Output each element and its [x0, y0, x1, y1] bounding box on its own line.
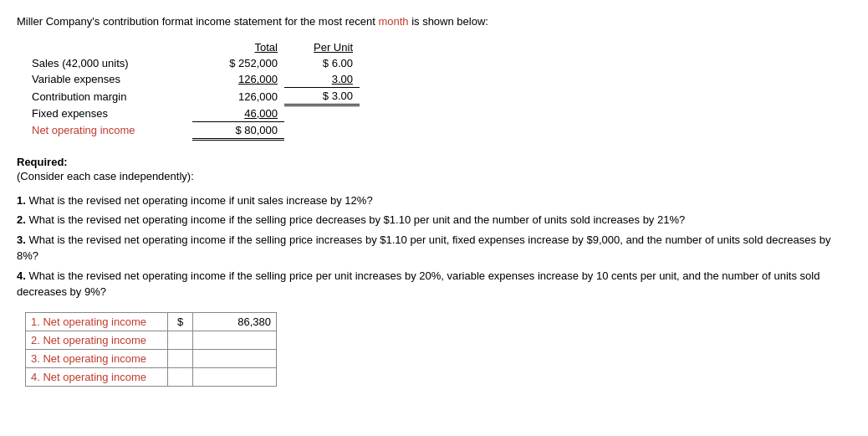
answer-value-empty[interactable] — [193, 349, 277, 367]
income-row-label: Sales (42,000 units) — [25, 55, 192, 71]
income-row-label: Contribution margin — [25, 88, 192, 105]
income-row-perunit: $ 6.00 — [284, 55, 360, 71]
income-row-perunit — [284, 121, 360, 139]
question-4: 4. What is the revised net operating inc… — [17, 268, 851, 300]
answer-dollar — [168, 349, 193, 367]
answer-row: 3. Net operating income — [26, 349, 277, 367]
perunit-header: Per Unit — [284, 39, 360, 55]
answer-value: 86,380 — [193, 312, 277, 331]
month-word: month — [378, 15, 408, 28]
income-row-total: $ 252,000 — [192, 55, 284, 71]
answer-label: 3. Net operating income — [26, 349, 168, 367]
income-statement-table: Total Per Unit Sales (42,000 units)$ 252… — [25, 39, 360, 141]
answer-row: 4. Net operating income — [26, 367, 277, 386]
question-2: 2. What is the revised net operating inc… — [17, 212, 851, 228]
income-row-label: Variable expenses — [25, 71, 192, 88]
required-subheading: (Consider each case independently): — [17, 170, 851, 182]
total-header: Total — [192, 39, 284, 55]
required-heading: Required: — [17, 156, 851, 168]
answer-dollar — [168, 331, 193, 349]
answer-value-empty[interactable] — [193, 367, 277, 386]
intro-before: Miller Company's contribution format inc… — [17, 15, 378, 28]
answer-dollar: $ — [168, 312, 193, 331]
answer-label: 1. Net operating income — [26, 312, 168, 331]
answer-row: 1. Net operating income$86,380 — [26, 312, 277, 331]
answer-dollar — [168, 367, 193, 386]
answers-table: 1. Net operating income$86,3802. Net ope… — [25, 312, 277, 387]
label-col-header — [25, 39, 192, 55]
income-row-total: 126,000 — [192, 71, 284, 88]
answer-label: 2. Net operating income — [26, 331, 168, 349]
income-row-perunit: 3.00 — [284, 71, 360, 88]
questions-section: 1. What is the revised net operating inc… — [17, 192, 851, 300]
income-row-perunit: $ 3.00 — [284, 88, 360, 105]
answer-value-empty[interactable] — [193, 331, 277, 349]
income-row-label: Fixed expenses — [25, 105, 192, 122]
answer-label: 4. Net operating income — [26, 367, 168, 386]
income-row-total: 46,000 — [192, 105, 284, 122]
answer-row: 2. Net operating income — [26, 331, 277, 349]
intro-after: is shown below: — [409, 15, 488, 28]
income-row-perunit — [284, 105, 360, 122]
income-row-total: 126,000 — [192, 88, 284, 105]
income-row-total: $ 80,000 — [192, 121, 284, 139]
intro-text: Miller Company's contribution format inc… — [17, 15, 851, 28]
question-1: 1. What is the revised net operating inc… — [17, 192, 851, 209]
income-row-label: Net operating income — [25, 121, 192, 139]
question-3: 3. What is the revised net operating inc… — [17, 232, 851, 264]
required-section: Required: (Consider each case independen… — [17, 156, 851, 182]
